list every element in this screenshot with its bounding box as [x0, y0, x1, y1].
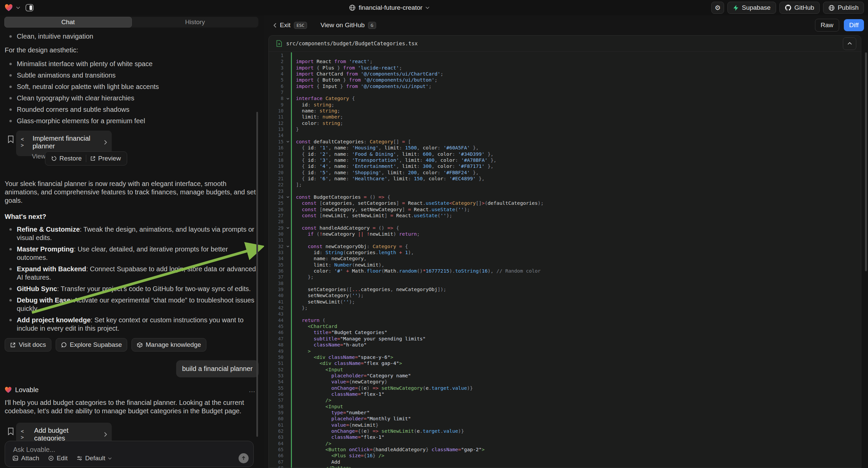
code-token: , [423, 176, 429, 181]
code-line-text: className="flex-1" [291, 434, 861, 440]
restore-button[interactable]: Restore [47, 152, 86, 165]
code-token: ; [337, 108, 340, 114]
code-token: ), [408, 250, 414, 255]
code-line-text: <Button onClick={handleAddCategory} clas… [291, 446, 861, 452]
fold-chevron-icon[interactable] [285, 243, 291, 250]
settings-button[interactable]: ⚙ [711, 2, 724, 14]
code-token: : [452, 163, 458, 169]
fold-chevron-icon[interactable] [285, 139, 291, 145]
code-token: > [482, 446, 485, 452]
code-token: ); [538, 200, 544, 206]
chat-panel: Chat History Clean, intuitive navigation… [0, 16, 264, 468]
view-on-github-button[interactable]: View on GitHub G [320, 22, 376, 29]
code-token: } [343, 77, 349, 83]
visit-docs-button[interactable]: Visit docs [5, 338, 51, 351]
code-line-text: setNewCategory(''); [291, 292, 861, 298]
code-token: value [296, 379, 346, 384]
code-token: onChange [296, 385, 355, 391]
preview-icon [90, 156, 96, 161]
code-line: 54 value={newCategory} [269, 379, 861, 385]
code-token: setNewLimit [381, 428, 414, 434]
code-token: newLimit [370, 231, 393, 237]
model-selector[interactable]: Default [76, 455, 112, 462]
fold-slot [285, 176, 291, 182]
github-button[interactable]: GitHub [779, 2, 820, 14]
tab-history[interactable]: History [132, 17, 259, 28]
code-token: , [329, 145, 335, 150]
supabase-button[interactable]: Supabase [727, 2, 776, 14]
code-token: handleAddCategory [375, 446, 426, 452]
code-scrollbar[interactable] [865, 52, 867, 271]
code-token: interface [296, 95, 326, 101]
code-token: { [349, 379, 352, 384]
code-token: }, [485, 163, 493, 169]
code-token: <Input [296, 404, 343, 409]
code-token: {( [358, 385, 364, 391]
code-token: { [387, 194, 390, 200]
fold-slot [285, 397, 291, 403]
more-options-icon[interactable]: … [249, 386, 256, 394]
code-line-text: import { Plus } from 'lucide-react'; [291, 65, 861, 71]
chat-input[interactable]: Ask Lovable... [13, 446, 55, 454]
line-number: 20 [269, 170, 285, 176]
view-on-github-label: View on GitHub [320, 22, 365, 29]
code-token: : [346, 151, 352, 157]
attach-label: Attach [21, 455, 39, 462]
line-number: 4 [269, 71, 285, 77]
lovable-heart-logo[interactable] [5, 4, 13, 11]
diff-toggle-button[interactable]: Diff [844, 19, 864, 31]
bookmark-icon[interactable] [7, 428, 14, 435]
code-token: , [434, 157, 440, 163]
code-token: from [346, 71, 361, 77]
fold-slot [285, 65, 291, 71]
exit-button[interactable]: Exit ESC [274, 22, 307, 29]
code-token: toString [455, 268, 479, 273]
chat-scrollbar[interactable] [256, 112, 258, 437]
top-bar: financial-future-creator ⚙ Supabase GitH… [0, 0, 868, 16]
file-header[interactable]: src/components/budget/BudgetCategories.t… [269, 36, 861, 52]
explore-supabase-button[interactable]: Explore Supabase [56, 338, 127, 351]
code-token: id [296, 102, 308, 108]
project-switcher[interactable]: financial-future-creator [349, 0, 430, 16]
code-line: 68 </Button> [269, 465, 861, 468]
fold-slot [285, 250, 291, 256]
collapse-file-button[interactable] [843, 37, 856, 50]
code-token: const [296, 206, 319, 212]
code-token: ( [485, 200, 488, 206]
publish-button[interactable]: Publish [823, 2, 864, 14]
code-token: { [317, 83, 323, 89]
attach-button[interactable]: Attach [12, 455, 39, 462]
line-number: 5 [269, 77, 285, 83]
line-number: 46 [269, 329, 285, 335]
fold-chevron-icon[interactable] [285, 225, 291, 231]
send-button[interactable] [239, 453, 249, 463]
code-token: : [367, 243, 373, 249]
code-line: 32 const newCategoryObj: Category = { [269, 243, 861, 250]
bookmark-icon[interactable] [7, 135, 14, 143]
chat-scroll-area[interactable]: Clean, intuitive navigation For the desi… [0, 29, 264, 455]
suggestion-chips: Visit docs Explore Supabase Manage knowl… [5, 338, 259, 351]
line-number: 36 [269, 268, 285, 274]
panel-toggle-icon[interactable] [24, 2, 36, 13]
fold-slot [285, 354, 291, 360]
raw-toggle-button[interactable]: Raw [815, 19, 839, 32]
code-token: { [372, 446, 375, 452]
code-token: . [411, 212, 414, 218]
code-token: > [390, 354, 393, 360]
tab-chat[interactable]: Chat [4, 17, 132, 28]
code-token: ) [393, 231, 399, 237]
fold-slot [285, 206, 291, 212]
fold-chevron-icon[interactable] [285, 95, 291, 101]
edit-mode-button[interactable]: Edit [48, 455, 68, 462]
fold-slot [285, 367, 291, 373]
code-editor[interactable]: 12import React from 'react';3import { Pl… [269, 52, 861, 468]
code-token: ( [340, 299, 343, 304]
preview-button[interactable]: Preview [86, 152, 125, 165]
chevron-down-icon[interactable] [16, 6, 20, 9]
fold-chevron-icon[interactable] [285, 194, 291, 200]
fold-slot [285, 77, 291, 83]
line-number: 62 [269, 428, 285, 434]
code-token: = [337, 336, 340, 342]
manage-knowledge-button[interactable]: Manage knowledge [131, 338, 206, 351]
code-token: 400 [426, 157, 434, 163]
